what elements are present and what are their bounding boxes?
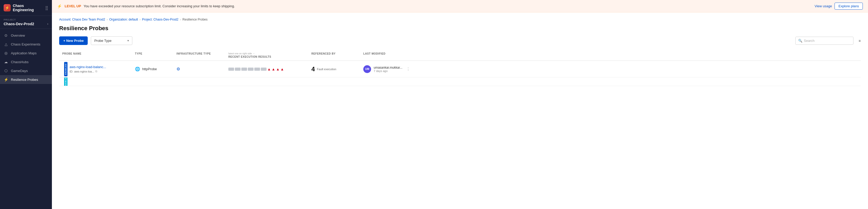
sidebar-item-resilience-probes[interactable]: ⚡ Resilience Probes [0,75,52,84]
resilience-probes-icon: ⚡ [4,77,8,82]
th-last-modified: LAST MODIFIED [360,52,861,58]
sidebar-item-overview[interactable]: ⊙ Overview [0,31,52,40]
project-arrow-icon: › [47,22,48,26]
th-type: TYPE [132,52,173,58]
th-recent-execution: latest one on right side → RECENT EXECUT… [225,52,308,58]
page-title: Resilience Probes [59,25,861,32]
execution-results-cell: ▲ ▲ ▲ ▲ [225,67,308,71]
sidebar-item-label: Application Maps [11,51,37,55]
project-name-text: Chaos-Dev-Prod2 [4,22,34,26]
infra-gear-icon: ⚙ [177,67,180,72]
exec-bar-5 [254,68,260,71]
warning-icon-3: ▲ [276,67,280,71]
probe-type-label: Probe Type [94,39,111,43]
th-infra-type: INFRASTRUCTURE TYPE [173,52,225,58]
modifier-name: umasankar.mukkar... [374,66,402,70]
sidebar-item-label: ChaosHubs [11,60,29,64]
breadcrumb-sep-2: › [140,18,141,21]
probe-type-value: httpProbe [142,67,157,71]
probes-table: PROBE NAME TYPE INFRASTRUCTURE TYPE late… [59,50,861,86]
project-selector[interactable]: Chaos-Dev-Prod2 › [4,22,48,26]
table-row: ENABLED aws-nginx-load-balanc... ID: aws… [59,61,861,77]
dropdown-arrow-icon: ▾ [127,39,129,42]
row-menu-icon[interactable]: ⋮ [405,66,411,73]
overview-icon: ⊙ [4,33,8,37]
breadcrumb: Account: Chaos Dev Team Prod2 › Organiza… [59,18,861,21]
th-referenced-by: REFERENCED BY [308,52,360,58]
sidebar-item-gamedays[interactable]: ⬡ GameDays [0,66,52,75]
enabled-badge-teal: ENABLED [64,77,67,86]
probe-type-dropdown[interactable]: Probe Type ▾ [91,36,132,45]
search-box: 🔍 [795,37,854,45]
modified-time: 7 days ago [374,70,402,73]
gamedays-icon: ⬡ [4,69,8,73]
exec-bar-1 [228,68,234,71]
main-content: ⚡ LEVEL UP You have exceeded your resour… [52,0,868,209]
breadcrumb-sep-3: › [180,18,181,21]
filter-icon[interactable]: ≡ [859,39,861,43]
chaos-experiments-icon: △ [4,42,8,46]
project-section: PROJECT Chaos-Dev-Prod2 › [0,16,52,29]
execution-bars: ▲ ▲ ▲ ▲ [228,67,305,71]
app-name: Chaos Engineering [13,4,45,12]
level-up-label: LEVEL UP [65,4,81,8]
upgrade-banner: ⚡ LEVEL UP You have exceeded your resour… [52,0,868,12]
enabled-badge: ENABLED [64,62,67,76]
sidebar: ⚡ Chaos Engineering ⣿ PROJECT Chaos-Dev-… [0,0,52,209]
sidebar-item-label: Chaos Experiments [11,42,40,46]
banner-message: You have exceeded your resource subscrip… [84,4,812,8]
referenced-label: Fault execution [317,68,336,71]
breadcrumb-account[interactable]: Account: Chaos Dev Team Prod2 [59,18,105,21]
breadcrumb-current: Resilience Probes [182,18,208,21]
warning-icon-1: ▲ [267,67,271,71]
referenced-count: 4 [311,66,315,73]
probe-id: ID: aws-nginx-loa... ⧉ [69,70,129,73]
exec-bar-4 [248,68,253,71]
application-maps-icon: ◎ [4,51,8,55]
toolbar: + New Probe Probe Type ▾ 🔍 ≡ [59,36,861,45]
new-probe-button[interactable]: + New Probe [59,36,88,45]
probe-name-cell: aws-nginx-load-balanc... ID: aws-nginx-l… [59,65,132,73]
th-probe-name: PROBE NAME [59,52,132,58]
modifier-info: umasankar.mukkar... 7 days ago [374,66,402,73]
infra-cell: ⚙ [173,67,225,72]
copy-icon[interactable]: ⧉ [95,70,97,73]
recent-sub-label: latest one on right side → [228,52,305,55]
warning-icon-2: ▲ [272,67,275,71]
type-cell: 🌐 httpProbe [132,67,173,72]
last-modified-cell: UM umasankar.mukkar... 7 days ago ⋮ [360,65,861,73]
app-logo: ⚡ Chaos Engineering [4,4,45,12]
sidebar-item-chaoshubs[interactable]: ☁ ChaosHubs [0,57,52,66]
avatar: UM [363,65,371,73]
lightning-icon: ⚡ [57,4,62,8]
sidebar-item-application-maps[interactable]: ◎ Application Maps [0,49,52,57]
exec-bar-2 [235,68,241,71]
logo-icon: ⚡ [4,4,11,11]
exec-bar-3 [241,68,247,71]
project-label: PROJECT [4,19,48,21]
sidebar-item-label: Resilience Probes [11,78,38,82]
search-input[interactable] [804,39,850,43]
search-icon: 🔍 [798,39,802,43]
view-usage-link[interactable]: View usage [814,4,832,8]
sidebar-header: ⚡ Chaos Engineering ⣿ [0,0,52,16]
breadcrumb-sep-1: › [107,18,108,21]
probe-id-label: ID: [69,70,73,73]
exec-bar-6 [261,68,267,71]
referenced-by-cell: 4 Fault execution [308,66,360,73]
grid-icon[interactable]: ⣿ [45,5,48,10]
sidebar-item-label: Overview [11,33,25,37]
probe-name-link[interactable]: aws-nginx-load-balanc... [69,65,106,69]
sidebar-item-chaos-experiments[interactable]: △ Chaos Experiments [0,40,52,49]
warning-icon-4: ▲ [280,67,284,71]
breadcrumb-org[interactable]: Organization: default [109,18,138,21]
globe-icon: 🌐 [135,67,140,72]
table-row-partial: ENABLED [59,77,861,86]
sidebar-item-label: GameDays [11,69,28,73]
explore-plans-button[interactable]: Explore plans [835,3,863,9]
breadcrumb-project[interactable]: Project: Chaos-Dev-Prod2 [142,18,178,21]
table-header: PROBE NAME TYPE INFRASTRUCTURE TYPE late… [59,50,861,61]
nav-menu: ⊙ Overview △ Chaos Experiments ◎ Applica… [0,29,52,209]
page-content: Account: Chaos Dev Team Prod2 › Organiza… [52,12,868,209]
chaoshubs-icon: ☁ [4,60,8,64]
